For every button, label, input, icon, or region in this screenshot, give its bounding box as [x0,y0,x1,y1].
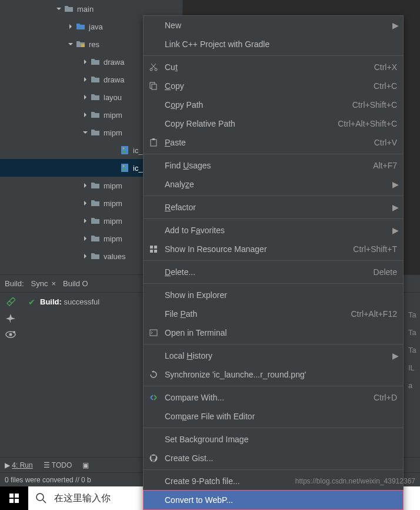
menu-item-analyze[interactable]: Analyze▶ [144,175,403,194]
menu-shortcut: Ctrl+Shift+C [352,100,397,110]
menu-item-compare-file-with-editor[interactable]: Compare File with Editor [144,407,403,426]
chevron-right-icon[interactable] [82,94,88,100]
folder-icon [91,181,100,190]
image-file-icon [120,145,129,155]
menu-item-open-in-terminal[interactable]: Open in Terminal [144,323,403,342]
menu-item-convert-to-webp[interactable]: Convert to WebP... [144,491,403,509]
build-tab-sync[interactable]: Sync [31,279,48,288]
close-icon[interactable]: × [51,279,56,288]
blank-icon [148,435,159,444]
tree-item-label: mipm [104,181,122,190]
menu-item-show-in-explorer[interactable]: Show in Explorer [144,286,403,304]
menu-shortcut: Ctrl+V [374,138,397,147]
term-icon [148,328,159,337]
chevron-down-icon[interactable] [68,41,74,47]
chevron-down-icon[interactable] [56,6,62,12]
menu-item-label: Find Usages [165,161,366,170]
tree-item-label: java [89,22,103,31]
chevron-right-icon[interactable] [82,253,88,259]
svg-point-4 [123,165,125,167]
build-label: Build: [5,279,24,288]
check-icon: ✔ [28,297,35,307]
menu-shortcut: Ctrl+Shift+T [353,244,397,254]
menu-item-local-history[interactable]: Local History▶ [144,346,403,365]
diff-icon [148,393,159,402]
folder-icon [91,234,100,243]
build-status-text: Build: successful [40,297,99,306]
chevron-right-icon[interactable] [82,59,88,65]
menu-item-create-gist[interactable]: Create Gist... [144,449,403,468]
github-icon [148,453,159,463]
blank-icon [148,100,159,110]
blank-icon [148,226,159,235]
chevron-right-icon[interactable] [82,236,88,241]
menu-item-label: Copy [165,81,366,91]
start-button[interactable] [0,486,28,510]
menu-item-link-c-project-with-gradle[interactable]: Link C++ Project with Gradle [144,35,403,54]
menu-shortcut: Delete [374,267,397,277]
menu-item-label: New [165,21,392,30]
menu-item-label: Synchronize 'ic_launche...r_round.png' [165,370,397,379]
blank-icon [148,495,159,505]
svg-rect-22 [150,246,153,249]
menu-item-delete[interactable]: Delete...Delete [144,263,403,282]
svg-rect-8 [9,494,14,498]
folder-icon [91,251,100,261]
blank-icon [148,309,159,319]
eye-icon[interactable] [5,330,16,339]
submenu-arrow-icon: ▶ [392,351,397,360]
menu-item-label: Copy Path [165,100,345,110]
svg-point-14 [150,68,152,71]
chevron-right-icon[interactable] [82,112,88,118]
svg-rect-9 [15,494,19,498]
tree-item-label: drawa [104,75,124,84]
svg-rect-26 [150,330,157,336]
menu-item-copy-relative-path[interactable]: Copy Relative PathCtrl+Alt+Shift+C [144,114,403,133]
context-menu: New▶Link C++ Project with GradleCutCtrl+… [143,15,404,510]
menu-item-copy-path[interactable]: Copy PathCtrl+Shift+C [144,95,403,114]
menu-item-copy[interactable]: CopyCtrl+C [144,77,403,95]
menu-item-file-path[interactable]: File PathCtrl+Alt+F12 [144,304,403,323]
todo-tab[interactable]: ☰ TODO [44,461,72,469]
search-icon [35,492,47,504]
run-tab[interactable]: ▶ 4: Run [5,461,33,469]
blank-icon [148,412,159,421]
chevron-right-icon[interactable] [68,24,74,29]
svg-rect-19 [152,84,156,90]
menu-item-new[interactable]: New▶ [144,16,403,35]
menu-item-cut[interactable]: CutCtrl+X [144,58,403,77]
menu-item-refactor[interactable]: Refactor▶ [144,198,403,217]
menu-item-compare-with[interactable]: Compare With...Ctrl+D [144,388,403,407]
menu-item-label: Refactor [165,203,392,212]
menu-item-paste[interactable]: PasteCtrl+V [144,133,403,152]
svg-point-6 [9,333,12,336]
menu-shortcut: Ctrl+C [374,81,397,91]
blank-icon [148,21,159,30]
chevron-right-icon[interactable] [82,183,88,188]
menu-item-synchronize-ic-launche-r-round-png[interactable]: Synchronize 'ic_launche...r_round.png' [144,365,403,384]
menu-shortcut: Alt+F7 [373,161,397,170]
svg-rect-20 [151,140,156,146]
menu-item-find-usages[interactable]: Find UsagesAlt+F7 [144,156,403,175]
terminal-tab[interactable]: ▣ [82,461,89,469]
chevron-down-icon[interactable] [82,130,88,135]
pin-icon[interactable] [6,314,15,323]
menu-separator [144,196,403,196]
menu-shortcut: Ctrl+Alt+F12 [351,309,397,319]
menu-item-show-in-resource-manager[interactable]: Show In Resource ManagerCtrl+Shift+T [144,240,403,259]
chevron-right-icon[interactable] [82,218,88,224]
menu-item-set-background-image[interactable]: Set Background Image [144,430,403,449]
hammer-icon[interactable] [6,297,15,307]
menu-item-label: File Path [165,309,344,319]
menu-item-add-to-favorites[interactable]: Add to Favorites▶ [144,221,403,240]
tree-item-label: mipm [104,111,122,120]
chevron-right-icon[interactable] [82,200,88,206]
submenu-arrow-icon: ▶ [392,180,397,189]
svg-rect-21 [152,138,155,140]
menu-item-label: Copy Relative Path [165,119,331,128]
build-tab-output[interactable]: Build O [63,279,88,288]
tree-item-label: values [104,252,126,261]
svg-line-13 [43,500,46,503]
chevron-right-icon[interactable] [82,77,88,82]
menu-separator [144,55,403,56]
